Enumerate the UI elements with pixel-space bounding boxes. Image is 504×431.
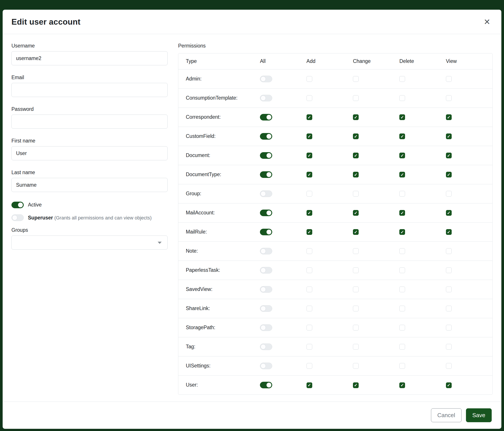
change-checkbox[interactable]: ✓: [353, 114, 359, 120]
all-toggle[interactable]: [260, 267, 272, 274]
delete-checkbox[interactable]: [399, 363, 405, 369]
all-toggle[interactable]: [260, 210, 272, 216]
delete-checkbox[interactable]: ✓: [399, 134, 405, 139]
save-button[interactable]: Save: [466, 408, 492, 422]
delete-checkbox[interactable]: [399, 76, 405, 82]
change-checkbox[interactable]: [353, 287, 359, 292]
delete-checkbox[interactable]: [399, 287, 405, 292]
view-checkbox[interactable]: ✓: [446, 382, 452, 388]
delete-checkbox[interactable]: ✓: [399, 153, 405, 158]
cancel-button[interactable]: Cancel: [431, 408, 462, 422]
add-checkbox[interactable]: [306, 363, 312, 369]
all-toggle[interactable]: [260, 343, 272, 350]
view-checkbox[interactable]: [446, 344, 452, 350]
change-checkbox[interactable]: [353, 344, 359, 350]
delete-checkbox[interactable]: ✓: [399, 229, 405, 235]
view-checkbox[interactable]: ✓: [446, 210, 452, 216]
all-toggle[interactable]: [260, 229, 272, 235]
view-checkbox[interactable]: [446, 191, 452, 197]
delete-checkbox[interactable]: [399, 306, 405, 311]
view-checkbox[interactable]: [446, 287, 452, 292]
change-checkbox[interactable]: [353, 267, 359, 273]
delete-checkbox[interactable]: [399, 191, 405, 197]
all-toggle[interactable]: [260, 286, 272, 293]
close-icon[interactable]: ✕: [482, 17, 492, 27]
all-toggle[interactable]: [260, 133, 272, 140]
change-checkbox[interactable]: [353, 325, 359, 331]
all-toggle[interactable]: [260, 305, 272, 312]
all-toggle[interactable]: [260, 248, 272, 254]
view-checkbox[interactable]: [446, 248, 452, 254]
password-field[interactable]: [11, 115, 168, 129]
add-checkbox[interactable]: ✓: [306, 210, 312, 216]
all-toggle[interactable]: [260, 152, 272, 159]
change-checkbox[interactable]: [353, 306, 359, 311]
add-checkbox[interactable]: [306, 95, 312, 101]
all-toggle[interactable]: [260, 114, 272, 120]
toggle-knob: [261, 344, 266, 350]
superuser-toggle[interactable]: [11, 214, 24, 221]
view-checkbox[interactable]: ✓: [446, 229, 452, 235]
active-toggle[interactable]: [11, 202, 24, 208]
add-checkbox[interactable]: [306, 306, 312, 311]
add-checkbox[interactable]: ✓: [306, 114, 312, 120]
view-checkbox[interactable]: [446, 306, 452, 311]
username-input[interactable]: [11, 51, 168, 65]
change-checkbox[interactable]: [353, 191, 359, 197]
add-checkbox[interactable]: [306, 267, 312, 273]
add-checkbox[interactable]: ✓: [306, 382, 312, 388]
permission-type-label: SavedView:: [178, 280, 260, 299]
view-checkbox[interactable]: ✓: [446, 153, 452, 158]
all-toggle[interactable]: [260, 190, 272, 197]
view-checkbox[interactable]: ✓: [446, 114, 452, 120]
delete-checkbox[interactable]: [399, 95, 405, 101]
view-checkbox[interactable]: ✓: [446, 172, 452, 178]
last-name-field[interactable]: [11, 178, 168, 192]
add-checkbox[interactable]: [306, 76, 312, 82]
view-checkbox[interactable]: [446, 325, 452, 331]
add-checkbox[interactable]: [306, 287, 312, 292]
delete-checkbox[interactable]: [399, 267, 405, 273]
add-checkbox[interactable]: ✓: [306, 172, 312, 178]
change-checkbox[interactable]: ✓: [353, 229, 359, 235]
change-checkbox[interactable]: [353, 248, 359, 254]
view-checkbox[interactable]: [446, 363, 452, 369]
change-checkbox[interactable]: ✓: [353, 172, 359, 178]
view-checkbox[interactable]: [446, 95, 452, 101]
delete-checkbox[interactable]: [399, 325, 405, 331]
add-checkbox[interactable]: ✓: [306, 229, 312, 235]
add-checkbox[interactable]: [306, 248, 312, 254]
groups-select[interactable]: [11, 235, 168, 250]
change-checkbox[interactable]: [353, 95, 359, 101]
first-name-field[interactable]: [11, 146, 168, 160]
change-checkbox[interactable]: ✓: [353, 134, 359, 139]
change-checkbox[interactable]: ✓: [353, 210, 359, 216]
view-checkbox[interactable]: [446, 76, 452, 82]
add-checkbox[interactable]: [306, 325, 312, 331]
change-checkbox[interactable]: [353, 363, 359, 369]
add-checkbox[interactable]: ✓: [306, 134, 312, 139]
add-checkbox[interactable]: [306, 191, 312, 197]
all-toggle[interactable]: [260, 171, 272, 178]
all-toggle[interactable]: [260, 382, 272, 388]
all-toggle[interactable]: [260, 95, 272, 101]
view-checkbox[interactable]: ✓: [446, 134, 452, 139]
all-toggle[interactable]: [260, 363, 272, 369]
delete-checkbox[interactable]: ✓: [399, 210, 405, 216]
change-checkbox[interactable]: ✓: [353, 382, 359, 388]
toggle-knob: [261, 95, 266, 101]
password-label: Password: [11, 106, 168, 112]
delete-checkbox[interactable]: ✓: [399, 382, 405, 388]
all-toggle[interactable]: [260, 324, 272, 331]
delete-checkbox[interactable]: [399, 344, 405, 350]
view-checkbox[interactable]: [446, 267, 452, 273]
add-checkbox[interactable]: [306, 344, 312, 350]
delete-checkbox[interactable]: [399, 248, 405, 254]
delete-checkbox[interactable]: ✓: [399, 114, 405, 120]
change-checkbox[interactable]: [353, 76, 359, 82]
all-toggle[interactable]: [260, 76, 272, 82]
delete-checkbox[interactable]: ✓: [399, 172, 405, 178]
email-field[interactable]: [11, 83, 168, 97]
add-checkbox[interactable]: ✓: [306, 153, 312, 158]
change-checkbox[interactable]: ✓: [353, 153, 359, 158]
